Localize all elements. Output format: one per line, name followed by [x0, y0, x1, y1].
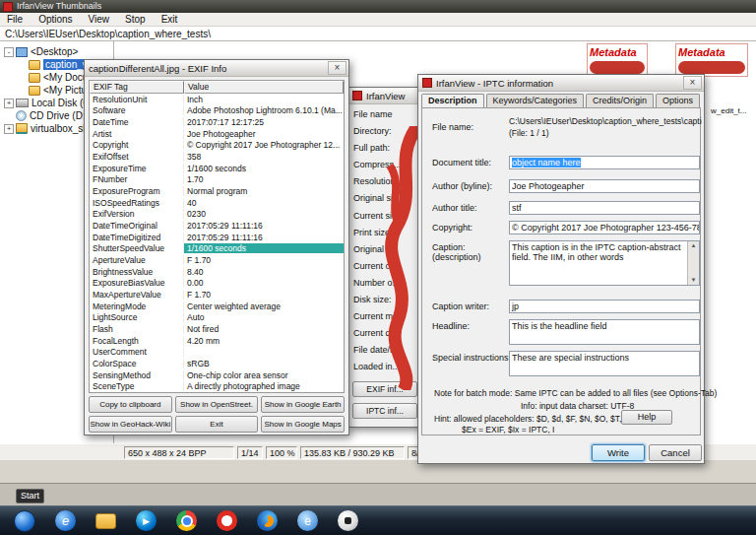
exif-tag-column-header[interactable]: EXIF Tag	[90, 81, 184, 94]
exit-button[interactable]: Exit	[175, 416, 259, 433]
copy-to-clipboard-button[interactable]: Copy to clipboard	[89, 396, 172, 413]
exif-row[interactable]: DateTimeOriginal2017:05:29 11:11:16	[90, 220, 344, 232]
iptc-dialog: IrfanView - IPTC information × Descripti…	[417, 74, 705, 464]
menu-options[interactable]: Options	[38, 13, 72, 26]
menu-bar: FileOptionsViewStopExit	[0, 13, 756, 27]
help-button[interactable]: Help	[621, 410, 672, 425]
menu-exit[interactable]: Exit	[161, 13, 178, 26]
properties-dialog-titlebar[interactable]: IrfanView	[348, 88, 421, 104]
thumbnail[interactable]: Metadata	[587, 43, 648, 77]
exif-tag: DateTimeDigitized	[90, 233, 184, 242]
property-label: Number o...	[348, 278, 421, 295]
media-player-icon[interactable]: ▶	[136, 510, 157, 531]
exif-value-column-header[interactable]: Value	[184, 81, 344, 94]
exif-info-button[interactable]: EXIF inf...	[352, 381, 417, 397]
scrollbar[interactable]: ▲ ▼	[687, 241, 699, 285]
exif-row[interactable]: ExposureBiasValue0.00	[90, 278, 344, 290]
tab-options[interactable]: Options	[656, 94, 700, 108]
exif-row[interactable]: DateTimeDigitized2017:05:29 11:11:16	[90, 232, 344, 243]
author-byline-input[interactable]: Joe Photogeapher	[509, 179, 700, 193]
exif-row[interactable]: MaxApertureValueF 1.70	[90, 289, 344, 301]
exif-row[interactable]: FocalLength4.20 mm	[90, 335, 344, 347]
menu-stop[interactable]: Stop	[125, 13, 146, 26]
exif-row[interactable]: SensingMethodOne-chip color area sensor	[90, 369, 344, 381]
close-icon[interactable]: ×	[328, 61, 346, 75]
show-in-openstreet-button[interactable]: Show in OpenStreet.	[175, 396, 259, 413]
exif-tag: Flash	[90, 324, 184, 334]
exif-row[interactable]: LightSourceAuto	[90, 311, 344, 323]
thumbnails: MetadataMetadata	[587, 43, 748, 77]
caption-textarea[interactable]: This caption is in the IPTC caption-abst…	[509, 240, 700, 286]
scroll-down-icon[interactable]: ▼	[688, 276, 699, 285]
thumbnail-image-graphic	[678, 61, 745, 74]
show-in-google-maps-button[interactable]: Show in Google Maps	[261, 416, 345, 433]
menu-view[interactable]: View	[89, 13, 110, 26]
exif-tag: FocalLength	[90, 336, 184, 346]
exif-row[interactable]: ExifVersion0230	[90, 209, 344, 221]
special-instructions-input[interactable]: These are special instructions	[509, 351, 700, 376]
headline-label: Headline:	[432, 321, 470, 331]
thumbnail-image-text: Metadata	[678, 46, 745, 58]
exif-value: 358	[184, 152, 344, 162]
exif-row[interactable]: ResolutionUnitInch	[90, 94, 344, 105]
property-label: Disk size:	[348, 295, 421, 311]
iptc-dialog-titlebar[interactable]: IrfanView - IPTC information ×	[418, 75, 704, 92]
headline-input[interactable]: This is the headline field	[509, 319, 700, 345]
opera-icon[interactable]	[217, 510, 237, 531]
exif-row[interactable]: BrightnessValue8.40	[90, 266, 344, 278]
exif-row[interactable]: ShutterSpeedValue1/1600 seconds	[90, 243, 344, 255]
exif-row[interactable]: Copyright© Copyright 2017 Joe Photograph…	[90, 140, 344, 152]
iptc-info-button[interactable]: IPTC inf...	[352, 403, 417, 419]
taskbar: e▶e	[0, 505, 756, 535]
placeholder-hint-line2: $Ex = EXIF, $Ix = IPTC, I	[462, 425, 554, 435]
show-in-geohack-wiki-button[interactable]: Show in GeoHack-Wiki	[89, 416, 172, 433]
exif-row[interactable]: ArtistJoe Photogeapher	[90, 128, 344, 140]
exif-row[interactable]: ExposureTime1/1600 seconds	[90, 163, 344, 174]
caption-writer-label: Caption writer:	[432, 301, 489, 311]
exif-tag: Copyright	[90, 140, 184, 150]
exif-row[interactable]: SceneTypeA directly photographed image	[90, 380, 344, 392]
start-button[interactable]	[14, 510, 35, 532]
file-name-label: File name:	[432, 122, 473, 132]
author-title-input[interactable]: stf	[509, 201, 700, 215]
show-in-google-earth-button[interactable]: Show in Google Earth	[261, 396, 345, 413]
tab-keywords-categories[interactable]: Keywords/Categories	[486, 94, 585, 108]
globe-icon[interactable]: e	[297, 510, 318, 531]
internet-explorer-icon[interactable]: e	[55, 510, 76, 531]
expander-icon[interactable]: +	[4, 99, 14, 108]
write-button[interactable]: Write	[592, 444, 645, 461]
cancel-button[interactable]: Cancel	[649, 444, 702, 461]
exif-row[interactable]: MeteringModeCenter weighted average	[90, 301, 344, 312]
exif-row[interactable]: SoftwareAdobe Photoshop Lightroom 6.10.1…	[90, 105, 344, 117]
document-title-input[interactable]: object name here	[509, 156, 700, 169]
exif-row[interactable]: ExifOffset358	[90, 151, 344, 163]
firefox-icon[interactable]	[257, 510, 278, 531]
exif-row[interactable]: FlashNot fired	[90, 323, 344, 335]
close-icon[interactable]: ×	[683, 76, 702, 90]
tree-item[interactable]: -<Desktop>	[0, 45, 113, 58]
address-bar[interactable]: C:\Users\IEUser\Desktop\caption_where_te…	[0, 27, 756, 41]
copyright-input[interactable]: © Copyright 2017 Joe Photographer 123-45…	[509, 221, 700, 234]
exif-row[interactable]: ISOSpeedRatings40	[90, 197, 344, 209]
chrome-icon[interactable]	[176, 510, 197, 531]
file-name-value: C:\Users\IEUser\Desktop\caption_where_te…	[509, 116, 702, 126]
thumbnail[interactable]: Metadata	[675, 43, 748, 77]
exif-row[interactable]: FNumber1.70	[90, 174, 344, 186]
status-segment: 135.83 KB / 930.29 KB	[300, 446, 405, 459]
exif-row[interactable]: DateTime2017:07:17 12:17:25	[90, 116, 344, 128]
tree-item-label: CD Drive (D:)	[30, 110, 89, 121]
scroll-up-icon[interactable]: ▲	[688, 241, 699, 250]
exif-dialog-titlebar[interactable]: captionDifferentAll.jpg - EXIF Info ×	[85, 60, 348, 77]
tab-credits-origin[interactable]: Credits/Origin	[586, 94, 654, 108]
exif-row[interactable]: ApertureValueF 1.70	[90, 254, 344, 266]
ball-icon[interactable]	[338, 510, 358, 531]
exif-row[interactable]: ExposureProgramNormal program	[90, 185, 344, 197]
exif-value: Auto	[184, 312, 344, 322]
exif-row[interactable]: UserComment	[90, 346, 344, 358]
expander-icon[interactable]: +	[4, 124, 14, 134]
exif-row[interactable]: ColorSpacesRGB	[90, 358, 344, 369]
expander-icon[interactable]: -	[4, 47, 14, 57]
menu-file[interactable]: File	[7, 13, 23, 26]
caption-writer-input[interactable]: jp	[509, 300, 700, 313]
folder-icon[interactable]	[95, 513, 116, 529]
